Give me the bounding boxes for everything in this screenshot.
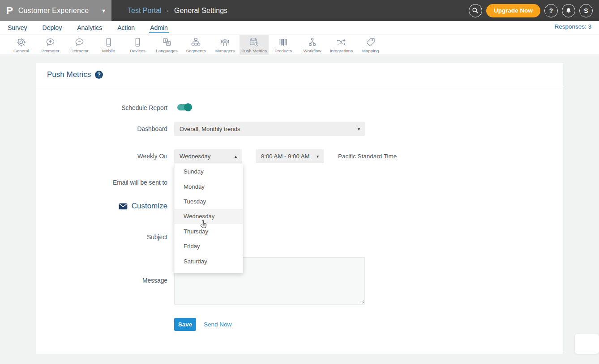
breadcrumb-separator-icon: › xyxy=(167,7,169,14)
search-icon xyxy=(472,7,479,14)
day-option-wednesday[interactable]: Wednesday xyxy=(175,209,243,224)
push-metrics-panel: Push Metrics ? Schedule Report Dashboard… xyxy=(36,63,563,354)
notifications-button[interactable] xyxy=(562,4,575,17)
responses-count: Responses: 3 xyxy=(554,23,591,30)
page-background: Push Metrics ? Schedule Report Dashboard… xyxy=(0,55,599,364)
toggle-knob xyxy=(184,103,192,111)
nav-item-deploy[interactable]: Deploy xyxy=(42,22,63,33)
breadcrumb-portal-link[interactable]: Test Portal xyxy=(128,7,162,15)
nav-item-survey[interactable]: Survey xyxy=(7,22,28,33)
panel-header: Push Metrics ? xyxy=(36,63,563,86)
toolbar-item-label: Mobile xyxy=(102,48,115,53)
toolbar-item-mobile[interactable]: Mobile xyxy=(94,35,123,55)
top-actions: Upgrade Now ? S xyxy=(469,0,593,21)
device-phone-icon xyxy=(132,37,143,48)
avatar[interactable]: S xyxy=(579,4,593,17)
toolbar-item-general[interactable]: General xyxy=(7,35,36,55)
chevron-up-icon: ▴ xyxy=(235,154,237,159)
weekly-day-select[interactable]: Wednesday ▴ xyxy=(174,149,242,163)
chevron-down-icon: ▼ xyxy=(101,8,106,13)
time-range-select[interactable]: 8:00 AM - 9:00 AM ▾ xyxy=(256,149,324,163)
avatar-initial: S xyxy=(584,7,588,14)
help-button[interactable]: ? xyxy=(544,4,558,17)
save-button[interactable]: Save xyxy=(174,318,196,331)
top-bar: P Customer Experience ▼ Test Portal › Ge… xyxy=(0,0,599,21)
toolbar-item-label: Managers xyxy=(215,48,235,53)
toolbar-item-mapping[interactable]: Mapping xyxy=(356,35,385,55)
nav-item-action[interactable]: Action xyxy=(116,22,136,33)
weekly-day-select-value: Wednesday xyxy=(180,153,210,160)
toolbar-item-devices[interactable]: Devices xyxy=(123,35,152,55)
hierarchy-icon xyxy=(190,37,201,48)
toolbar-item-label: General xyxy=(13,48,29,53)
toolbar-item-detractor[interactable]: Detractor xyxy=(65,35,94,55)
toolbar-item-products[interactable]: Products xyxy=(269,35,298,55)
toolbar-item-label: Segments xyxy=(186,48,205,53)
people-icon xyxy=(219,37,231,48)
weekly-day-dropdown: Sunday Monday Tuesday Wednesday Thursday… xyxy=(174,164,243,273)
timezone-label: Pacific Standard Time xyxy=(338,153,397,160)
workflow-branch-icon xyxy=(307,37,318,48)
gear-icon xyxy=(16,37,27,48)
toolbar-item-label: Detractor xyxy=(70,48,88,53)
questionpro-logo-icon: P xyxy=(6,5,13,17)
upgrade-now-button[interactable]: Upgrade Now xyxy=(486,4,540,17)
toolbar-item-managers[interactable]: Managers xyxy=(210,35,240,55)
question-mark-icon: ? xyxy=(549,7,553,14)
tag-icon xyxy=(365,37,376,48)
email-recipients-label: Email will be sent to xyxy=(36,179,167,186)
barcode-icon xyxy=(278,37,289,48)
speech-bubble-minus-icon xyxy=(74,37,85,48)
customize-label: Customize xyxy=(132,202,167,211)
svg-text:31: 31 xyxy=(251,41,254,44)
toolbar-item-languages[interactable]: ✻A Languages xyxy=(152,35,181,55)
schedule-report-toggle[interactable] xyxy=(177,104,191,110)
day-option-monday[interactable]: Monday xyxy=(175,179,243,194)
day-option-saturday[interactable]: Saturday xyxy=(175,254,243,268)
speech-bubble-plus-icon xyxy=(45,37,56,48)
dashboard-select-value: Overall, Monthly trends xyxy=(180,126,240,132)
nav-item-analytics[interactable]: Analytics xyxy=(76,22,103,33)
bell-icon xyxy=(565,7,572,14)
toolbar-item-promoter[interactable]: Promoter xyxy=(36,35,65,55)
day-option-sunday[interactable]: Sunday xyxy=(175,164,243,179)
toolbar-item-label: Integrations xyxy=(330,48,353,53)
toolbar-item-workflow[interactable]: Workflow xyxy=(298,35,327,55)
toolbar-item-label: Push Metrics xyxy=(241,48,267,53)
toolbar-item-label: Promoter xyxy=(41,48,59,53)
dashboard-label: Dashboard xyxy=(36,126,167,132)
toolbar-item-integrations[interactable]: Integrations xyxy=(327,35,356,55)
day-option-thursday[interactable]: Thursday xyxy=(175,224,243,239)
product-switcher[interactable]: P Customer Experience ▼ xyxy=(0,0,111,21)
translate-icon: ✻A xyxy=(161,37,172,48)
svg-text:✻: ✻ xyxy=(164,39,167,42)
customize-section-toggle[interactable]: Customize xyxy=(36,202,167,211)
page-title: General Settings xyxy=(174,7,227,15)
toolbar-item-label: Mapping xyxy=(362,48,379,53)
toolbar-item-push-metrics[interactable]: 31 Push Metrics xyxy=(240,35,269,55)
shuffle-arrows-icon xyxy=(336,37,347,48)
feedback-widget-button[interactable] xyxy=(575,334,599,354)
dashboard-select[interactable]: Overall, Monthly trends ▾ xyxy=(174,122,365,136)
toolbar-item-label: Workflow xyxy=(303,48,321,53)
send-now-link[interactable]: Send Now xyxy=(204,321,231,328)
phone-icon xyxy=(103,37,114,48)
message-label: Message xyxy=(36,277,167,284)
chevron-down-icon: ▾ xyxy=(358,127,360,131)
chevron-down-icon: ▾ xyxy=(317,154,319,159)
nav-item-admin[interactable]: Admin xyxy=(149,22,169,33)
svg-text:A: A xyxy=(167,42,170,46)
main-nav: Survey Deploy Analytics Action Admin xyxy=(0,21,599,34)
breadcrumb: Test Portal › General Settings xyxy=(128,7,227,15)
panel-help-icon[interactable]: ? xyxy=(95,71,103,79)
schedule-report-label: Schedule Report xyxy=(36,105,167,111)
calendar-clock-icon: 31 xyxy=(248,37,260,48)
search-button[interactable] xyxy=(469,4,482,17)
day-option-friday[interactable]: Friday xyxy=(175,239,243,254)
toolbar-item-segments[interactable]: Segments xyxy=(181,35,210,55)
toolbar-item-label: Products xyxy=(274,48,292,53)
day-option-tuesday[interactable]: Tuesday xyxy=(175,194,243,209)
weekly-on-label: Weekly On xyxy=(36,153,167,160)
app-window: P Customer Experience ▼ Test Portal › Ge… xyxy=(0,0,599,364)
time-range-select-value: 8:00 AM - 9:00 AM xyxy=(261,153,310,160)
